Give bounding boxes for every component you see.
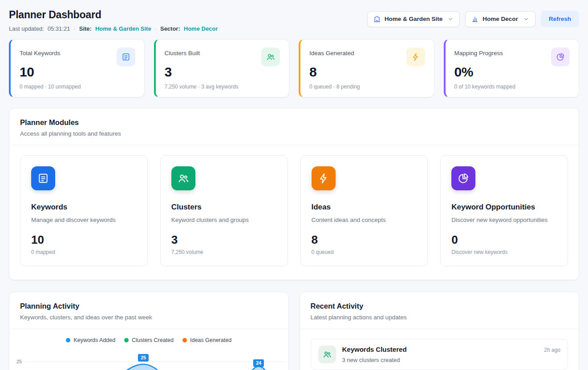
planning-activity-chart: 25 25 24 — [9, 350, 288, 370]
page-title: Planner Dashboard — [9, 9, 218, 21]
planning-activity-header: Planning Activity Keywords, clusters, an… — [9, 292, 288, 329]
bar-chart-icon — [471, 16, 479, 23]
planner-modules-panel: Planner Modules Access all planning tool… — [9, 108, 579, 280]
site-value-link[interactable]: Home & Garden Site — [95, 25, 151, 32]
stat-card-clusters-built: Clusters Built 3 7,250 volume · 3 avg ke… — [154, 39, 290, 97]
activity-timestamp: 2h ago — [544, 347, 560, 353]
module-description: Discover new keyword opportunities — [451, 217, 557, 223]
bottom-row: Planning Activity Keywords, clusters, an… — [9, 292, 579, 370]
stat-value: 3 — [165, 64, 280, 80]
topbar-controls: Home & Garden Site Home Decor Refresh — [367, 11, 579, 27]
building-icon — [373, 16, 381, 23]
module-subtext: 0 mapped — [31, 249, 137, 255]
planning-activity-subtitle: Keywords, clusters, and ideas over the p… — [20, 314, 278, 321]
legend-item-keywords-added[interactable]: Keywords Added — [66, 337, 115, 343]
sector-value-link[interactable]: Home Decor — [184, 25, 218, 32]
activity-item-keywords-clustered[interactable]: Keywords Clustered 2h ago 3 new clusters… — [311, 339, 568, 370]
module-title: Ideas — [312, 203, 417, 212]
stat-card-total-keywords: Total Keywords 10 0 mapped · 10 unmapped — [9, 39, 145, 97]
modules-grid: Keywords Manage and discover keywords 10… — [9, 145, 579, 280]
planning-activity-body: Keywords Added Clusters Created Ideas Ge… — [9, 329, 288, 370]
stat-value: 0% — [454, 64, 570, 80]
sector-selector-dropdown[interactable]: Home Decor — [465, 11, 535, 27]
module-value: 8 — [312, 233, 417, 247]
legend-dot — [124, 338, 129, 342]
topbar-left: Planner Dashboard Last updated: 05:31:21… — [9, 7, 218, 32]
pie-chart-icon — [451, 166, 475, 190]
stat-value: 10 — [20, 64, 135, 80]
module-subtext: 7,250 volume — [171, 249, 277, 255]
users-icon — [261, 48, 280, 66]
activity-title: Keywords Clustered — [342, 346, 407, 353]
planning-activity-title: Planning Activity — [20, 302, 278, 310]
module-card-keywords[interactable]: Keywords Manage and discover keywords 10… — [20, 155, 148, 266]
recent-activity-panel: Recent Activity Latest planning actions … — [300, 292, 580, 370]
site-label: Site: — [79, 25, 92, 32]
last-updated-label: Last updated: — [9, 25, 44, 32]
legend-label: Keywords Added — [73, 337, 115, 343]
module-description: Keyword clusters and groups — [171, 217, 277, 223]
legend-item-clusters-created[interactable]: Clusters Created — [124, 337, 174, 343]
recent-activity-body: Keywords Clustered 2h ago 3 new clusters… — [300, 329, 579, 370]
modules-title: Planner Modules — [20, 118, 568, 127]
activity-content: Keywords Clustered 2h ago 3 new clusters… — [342, 346, 561, 363]
sector-selector-label: Home Decor — [483, 16, 518, 22]
activity-description: 3 new clusters created — [342, 357, 561, 363]
topbar: Planner Dashboard Last updated: 05:31:21… — [9, 7, 579, 32]
stats-row: Total Keywords 10 0 mapped · 10 unmapped… — [9, 39, 579, 97]
stat-label: Ideas Generated — [309, 50, 354, 56]
recent-activity-header: Recent Activity Latest planning actions … — [300, 292, 579, 329]
pie-chart-icon — [551, 48, 570, 66]
modules-header: Planner Modules Access all planning tool… — [9, 109, 579, 145]
legend-item-ideas-generated[interactable]: Ideas Generated — [182, 337, 231, 343]
site-selector-dropdown[interactable]: Home & Garden Site — [367, 11, 460, 27]
legend-dot — [66, 338, 70, 342]
module-card-keyword-opportunities[interactable]: Keyword Opportunities Discover new keywo… — [440, 155, 568, 266]
y-axis-tick: 25 — [16, 359, 22, 364]
meta-separator: · — [155, 25, 157, 32]
users-icon — [171, 166, 195, 190]
module-title: Keyword Opportunities — [451, 203, 557, 212]
module-card-clusters[interactable]: Clusters Keyword clusters and groups 3 7… — [160, 155, 288, 266]
users-icon — [318, 346, 336, 363]
module-value: 0 — [451, 233, 557, 247]
chevron-down-icon — [447, 16, 454, 22]
recent-activity-subtitle: Latest planning actions and updates — [311, 314, 568, 321]
stat-value: 8 — [309, 64, 425, 80]
legend-label: Ideas Generated — [190, 337, 231, 343]
stat-card-ideas-generated: Ideas Generated 8 0 queued · 8 pending — [299, 39, 434, 97]
recent-activity-title: Recent Activity — [311, 302, 568, 310]
sector-label: Sector: — [160, 25, 180, 32]
stat-subtext: 0 of 10 keywords mapped — [454, 84, 570, 90]
module-value: 10 — [31, 233, 137, 247]
meta-separator: · — [73, 25, 75, 32]
module-title: Keywords — [31, 203, 137, 212]
refresh-button[interactable]: Refresh — [541, 11, 579, 27]
stat-label: Clusters Built — [165, 50, 200, 56]
last-updated-meta: Last updated: 05:31:21 · Site: Home & Ga… — [9, 25, 218, 32]
site-selector-label: Home & Garden Site — [385, 16, 443, 22]
stat-card-mapping-progress: Mapping Progress 0% 0 of 10 keywords map… — [444, 39, 580, 97]
bolt-icon — [312, 166, 336, 190]
module-value: 3 — [171, 233, 277, 247]
stat-subtext: 0 mapped · 10 unmapped — [20, 84, 135, 90]
stat-subtext: 0 queued · 8 pending — [309, 84, 425, 90]
data-point-label: 24 — [253, 359, 264, 367]
document-icon — [31, 166, 55, 190]
stat-label: Mapping Progress — [454, 50, 503, 56]
data-point-label: 25 — [138, 354, 149, 362]
planning-activity-panel: Planning Activity Keywords, clusters, an… — [9, 292, 289, 370]
planner-dashboard-page: Planner Dashboard Last updated: 05:31:21… — [0, 0, 588, 370]
module-subtext: 0 queued — [312, 249, 417, 255]
document-icon — [117, 48, 135, 66]
legend-label: Clusters Created — [132, 337, 174, 343]
module-subtext: Discover new keywords — [451, 249, 557, 255]
stat-subtext: 7,250 volume · 3 avg keywords — [165, 84, 280, 90]
last-updated-value: 05:31:21 — [48, 25, 70, 32]
chart-legend: Keywords Added Clusters Created Ideas Ge… — [9, 329, 288, 343]
module-title: Clusters — [171, 203, 277, 212]
module-card-ideas[interactable]: Ideas Content ideas and concepts 8 0 que… — [300, 155, 428, 266]
module-description: Content ideas and concepts — [312, 217, 417, 223]
bolt-icon — [406, 48, 425, 66]
stat-label: Total Keywords — [20, 50, 61, 56]
